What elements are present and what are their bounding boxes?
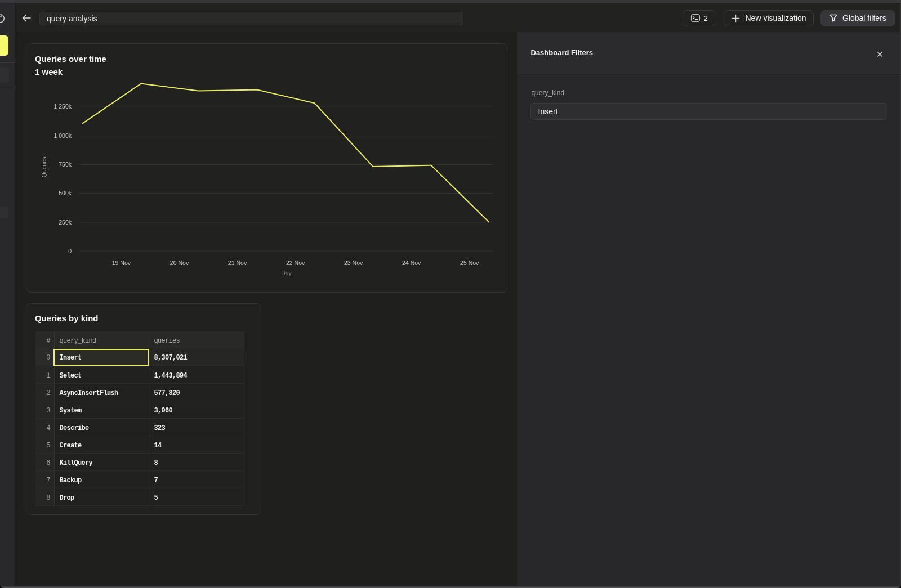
svg-text:21 Nov: 21 Nov bbox=[228, 259, 247, 266]
svg-text:1 000k: 1 000k bbox=[53, 132, 72, 139]
svg-text:0: 0 bbox=[68, 248, 72, 254]
svg-text:750k: 750k bbox=[59, 161, 72, 168]
svg-text:19 Nov: 19 Nov bbox=[112, 259, 131, 266]
svg-text:25 Nov: 25 Nov bbox=[460, 259, 479, 266]
svg-text:23 Nov: 23 Nov bbox=[344, 259, 363, 266]
svg-text:22 Nov: 22 Nov bbox=[286, 259, 305, 266]
svg-text:500k: 500k bbox=[59, 190, 72, 196]
svg-text:250k: 250k bbox=[59, 219, 72, 226]
svg-text:24 Nov: 24 Nov bbox=[402, 259, 421, 266]
svg-text:Queries: Queries bbox=[41, 157, 47, 178]
svg-text:1 250k: 1 250k bbox=[53, 103, 72, 110]
svg-text:20 Nov: 20 Nov bbox=[170, 259, 189, 266]
svg-text:Day: Day bbox=[281, 270, 292, 276]
